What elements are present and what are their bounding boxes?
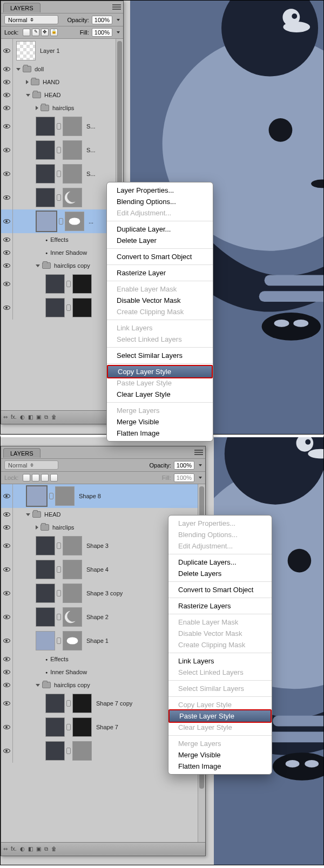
- visibility-eye-icon[interactable]: [3, 725, 10, 729]
- link-mask-icon[interactable]: [66, 724, 71, 730]
- footer-button[interactable]: ◐: [20, 414, 25, 420]
- link-mask-icon[interactable]: [57, 194, 61, 201]
- layer-row[interactable]: [1, 186, 123, 209]
- layer-row[interactable]: ●Inner Shadow: [1, 246, 123, 259]
- vector-mask-thumbnail[interactable]: [63, 140, 82, 160]
- layer-name[interactable]: Shape 8: [79, 493, 101, 499]
- visibility-eye-icon[interactable]: [3, 567, 10, 572]
- visibility-eye-icon[interactable]: [3, 615, 10, 619]
- footer-button[interactable]: ⧉: [44, 846, 48, 852]
- layer-row[interactable]: HEAD: [1, 89, 123, 101]
- vector-mask-thumbnail[interactable]: [72, 741, 92, 761]
- layer-thumbnail[interactable]: [36, 164, 55, 184]
- disclosure-triangle-icon[interactable]: [26, 513, 30, 516]
- visibility-eye-icon[interactable]: [3, 49, 10, 53]
- footer-button[interactable]: 🗑: [51, 846, 57, 852]
- menu-item[interactable]: Layer Properties...: [107, 185, 213, 196]
- visibility-eye-icon[interactable]: [3, 124, 10, 128]
- visibility-eye-icon[interactable]: [3, 657, 10, 661]
- visibility-eye-icon[interactable]: [3, 148, 10, 152]
- layer-name[interactable]: Shape 1: [86, 638, 109, 644]
- visibility-eye-icon[interactable]: [3, 263, 10, 268]
- layer-thumbnail[interactable]: [36, 631, 55, 650]
- layer-thumbnail[interactable]: [36, 140, 55, 160]
- footer-button[interactable]: fx.: [11, 846, 17, 852]
- layer-name[interactable]: hairclips: [52, 105, 74, 111]
- vector-mask-thumbnail[interactable]: [63, 536, 82, 555]
- layer-name[interactable]: hairclips copy: [54, 682, 90, 688]
- vector-mask-thumbnail[interactable]: [55, 486, 75, 506]
- layer-thumbnail[interactable]: [45, 741, 65, 761]
- layer-thumbnail[interactable]: [45, 694, 65, 713]
- layer-name[interactable]: Shape 7 copy: [96, 700, 132, 707]
- disclosure-triangle-icon[interactable]: [36, 525, 38, 530]
- menu-item[interactable]: Disable Vector Mask: [107, 295, 213, 306]
- footer-button[interactable]: ▣: [36, 414, 41, 420]
- layer-row[interactable]: HAND: [1, 76, 123, 89]
- layer-name[interactable]: Shape 4: [86, 566, 109, 573]
- vector-mask-thumbnail[interactable]: [72, 694, 92, 713]
- link-mask-icon[interactable]: [66, 748, 71, 754]
- layer-row[interactable]: [1, 296, 123, 320]
- lock-position-icon[interactable]: ✥: [41, 29, 49, 36]
- visibility-eye-icon[interactable]: [3, 701, 10, 706]
- layer-name[interactable]: S...: [86, 147, 96, 153]
- vector-mask-thumbnail[interactable]: [63, 607, 82, 627]
- visibility-eye-icon[interactable]: [3, 512, 10, 517]
- disclosure-triangle-icon[interactable]: [16, 68, 21, 71]
- visibility-eye-icon[interactable]: [3, 219, 10, 223]
- disclosure-triangle-icon[interactable]: [36, 684, 40, 687]
- lock-transparency-icon[interactable]: [23, 29, 30, 36]
- opacity-field[interactable]: 100%: [174, 461, 194, 470]
- panel-menu-icon[interactable]: [194, 449, 203, 456]
- lock-transparency-icon[interactable]: [23, 474, 30, 482]
- footer-button[interactable]: ◐: [20, 846, 25, 852]
- layer-thumbnail[interactable]: [36, 188, 55, 207]
- layer-name[interactable]: doll: [35, 66, 44, 72]
- panel-menu-icon[interactable]: [112, 3, 121, 11]
- menu-item[interactable]: Delete Layer: [107, 235, 213, 246]
- opacity-field[interactable]: 100%: [92, 16, 112, 24]
- layers-tab[interactable]: LAYERS: [3, 448, 40, 458]
- vector-mask-thumbnail[interactable]: [63, 117, 82, 136]
- menu-item[interactable]: Select Similar Layers: [107, 350, 213, 361]
- menu-item[interactable]: Merge Visible: [168, 749, 272, 761]
- footer-button[interactable]: 🗑: [51, 414, 57, 420]
- visibility-eye-icon[interactable]: [3, 195, 10, 200]
- visibility-eye-icon[interactable]: [3, 80, 10, 84]
- footer-button[interactable]: ▣: [36, 846, 41, 852]
- layer-row[interactable]: S...: [1, 162, 123, 186]
- menu-item[interactable]: Flatten Image: [168, 761, 272, 772]
- footer-button[interactable]: ⧉: [44, 414, 48, 421]
- vector-mask-thumbnail[interactable]: [63, 560, 82, 579]
- layer-row[interactable]: S...: [1, 138, 123, 162]
- menu-item[interactable]: Convert to Smart Object: [168, 584, 272, 595]
- layer-row[interactable]: hairclips: [1, 101, 123, 114]
- link-mask-icon[interactable]: [57, 638, 61, 644]
- disclosure-triangle-icon[interactable]: [36, 106, 38, 110]
- menu-item[interactable]: Clear Layer Style: [107, 389, 213, 400]
- vector-mask-thumbnail[interactable]: [63, 631, 82, 650]
- visibility-eye-icon[interactable]: [3, 670, 10, 674]
- disclosure-triangle-icon[interactable]: [26, 94, 30, 97]
- fill-field[interactable]: 100%: [92, 28, 112, 37]
- layer-row[interactable]: [1, 272, 123, 296]
- blend-mode-select[interactable]: Normal: [4, 460, 58, 470]
- lock-position-icon[interactable]: [41, 474, 49, 482]
- layer-thumbnail[interactable]: [45, 274, 65, 294]
- layer-thumbnail[interactable]: [36, 536, 55, 555]
- fill-field[interactable]: 100%: [174, 473, 194, 482]
- footer-button[interactable]: fx.: [11, 414, 17, 420]
- footer-button[interactable]: ◧: [28, 846, 33, 852]
- vector-mask-thumbnail[interactable]: [63, 584, 82, 603]
- footer-button[interactable]: ⇔: [3, 846, 8, 852]
- layer-thumbnail[interactable]: [36, 560, 55, 579]
- visibility-eye-icon[interactable]: [3, 749, 10, 753]
- visibility-eye-icon[interactable]: [3, 494, 10, 498]
- visibility-eye-icon[interactable]: [3, 172, 10, 176]
- layer-name[interactable]: HEAD: [44, 92, 61, 98]
- menu-item[interactable]: Duplicate Layers...: [168, 557, 272, 568]
- layer-name[interactable]: HEAD: [44, 511, 61, 518]
- layer-row[interactable]: Layer 1: [1, 39, 123, 63]
- menu-item[interactable]: Copy Layer Style: [108, 366, 212, 377]
